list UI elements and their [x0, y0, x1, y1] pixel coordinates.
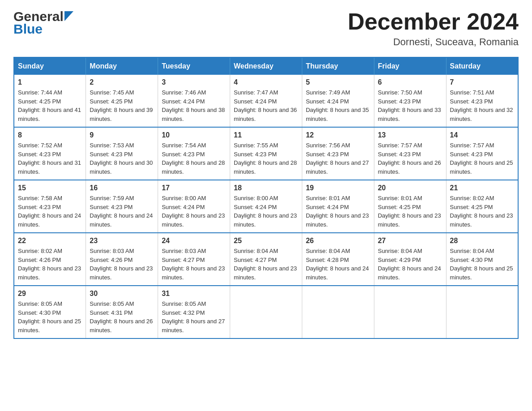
calendar-cell — [302, 286, 374, 338]
calendar-week-row: 1 Sunrise: 7:44 AM Sunset: 4:25 PM Dayli… — [14, 75, 518, 127]
calendar-cell: 17 Sunrise: 8:00 AM Sunset: 4:24 PM Dayl… — [158, 180, 230, 233]
day-number: 31 — [162, 290, 226, 298]
logo: General Blue — [13, 9, 73, 37]
day-number: 18 — [234, 184, 298, 192]
day-info: Sunrise: 7:53 AM Sunset: 4:23 PM Dayligh… — [90, 141, 154, 176]
calendar-cell: 3 Sunrise: 7:46 AM Sunset: 4:24 PM Dayli… — [158, 75, 230, 127]
calendar-cell — [446, 286, 518, 338]
day-number: 12 — [306, 131, 370, 139]
calendar-week-row: 29 Sunrise: 8:05 AM Sunset: 4:30 PM Dayl… — [14, 286, 518, 338]
day-info: Sunrise: 8:05 AM Sunset: 4:30 PM Dayligh… — [18, 300, 82, 334]
day-number: 21 — [450, 184, 514, 192]
day-info: Sunrise: 7:57 AM Sunset: 4:23 PM Dayligh… — [450, 141, 514, 176]
day-number: 8 — [18, 131, 82, 139]
day-info: Sunrise: 7:57 AM Sunset: 4:23 PM Dayligh… — [378, 141, 442, 176]
calendar-week-row: 22 Sunrise: 8:02 AM Sunset: 4:26 PM Dayl… — [14, 233, 518, 286]
day-number: 25 — [234, 237, 298, 245]
location: Dornesti, Suceava, Romania — [348, 36, 519, 48]
day-info: Sunrise: 7:45 AM Sunset: 4:25 PM Dayligh… — [90, 88, 154, 123]
calendar-week-row: 15 Sunrise: 7:58 AM Sunset: 4:23 PM Dayl… — [14, 180, 518, 233]
day-info: Sunrise: 7:59 AM Sunset: 4:23 PM Dayligh… — [90, 194, 154, 229]
calendar-cell — [374, 286, 446, 338]
logo-blue-text: Blue — [13, 21, 43, 37]
calendar-cell: 10 Sunrise: 7:54 AM Sunset: 4:23 PM Dayl… — [158, 127, 230, 180]
calendar-cell: 9 Sunrise: 7:53 AM Sunset: 4:23 PM Dayli… — [86, 127, 158, 180]
calendar-day-header: Monday — [86, 57, 158, 75]
day-info: Sunrise: 8:02 AM Sunset: 4:26 PM Dayligh… — [18, 247, 82, 282]
calendar-week-row: 8 Sunrise: 7:52 AM Sunset: 4:23 PM Dayli… — [14, 127, 518, 180]
day-number: 26 — [306, 237, 370, 245]
calendar-day-header: Saturday — [446, 57, 518, 75]
calendar-cell: 4 Sunrise: 7:47 AM Sunset: 4:24 PM Dayli… — [230, 75, 302, 127]
calendar-cell: 21 Sunrise: 8:02 AM Sunset: 4:25 PM Dayl… — [446, 180, 518, 233]
calendar-cell — [230, 286, 302, 338]
day-info: Sunrise: 7:54 AM Sunset: 4:23 PM Dayligh… — [162, 141, 226, 176]
day-number: 1 — [18, 78, 82, 86]
calendar-cell: 2 Sunrise: 7:45 AM Sunset: 4:25 PM Dayli… — [86, 75, 158, 127]
day-info: Sunrise: 7:56 AM Sunset: 4:23 PM Dayligh… — [306, 141, 370, 176]
day-info: Sunrise: 7:58 AM Sunset: 4:23 PM Dayligh… — [18, 194, 82, 229]
calendar-cell: 18 Sunrise: 8:00 AM Sunset: 4:24 PM Dayl… — [230, 180, 302, 233]
day-number: 17 — [162, 184, 226, 192]
day-info: Sunrise: 8:01 AM Sunset: 4:24 PM Dayligh… — [306, 194, 370, 229]
calendar-cell: 16 Sunrise: 7:59 AM Sunset: 4:23 PM Dayl… — [86, 180, 158, 233]
day-number: 23 — [90, 237, 154, 245]
calendar-cell: 5 Sunrise: 7:49 AM Sunset: 4:24 PM Dayli… — [302, 75, 374, 127]
calendar-header-row: SundayMondayTuesdayWednesdayThursdayFrid… — [14, 57, 518, 75]
page-header: General Blue December 2024 Dornesti, Suc… — [13, 9, 519, 48]
calendar-cell: 1 Sunrise: 7:44 AM Sunset: 4:25 PM Dayli… — [14, 75, 86, 127]
calendar-cell: 28 Sunrise: 8:04 AM Sunset: 4:30 PM Dayl… — [446, 233, 518, 286]
title-area: December 2024 Dornesti, Suceava, Romania — [348, 9, 519, 48]
day-number: 28 — [450, 237, 514, 245]
day-info: Sunrise: 7:49 AM Sunset: 4:24 PM Dayligh… — [306, 88, 370, 123]
day-number: 15 — [18, 184, 82, 192]
calendar-cell: 26 Sunrise: 8:04 AM Sunset: 4:28 PM Dayl… — [302, 233, 374, 286]
day-number: 9 — [90, 131, 154, 139]
day-info: Sunrise: 8:03 AM Sunset: 4:26 PM Dayligh… — [90, 247, 154, 282]
calendar-day-header: Sunday — [14, 57, 86, 75]
calendar-cell: 8 Sunrise: 7:52 AM Sunset: 4:23 PM Dayli… — [14, 127, 86, 180]
day-number: 11 — [234, 131, 298, 139]
calendar-cell: 27 Sunrise: 8:04 AM Sunset: 4:29 PM Dayl… — [374, 233, 446, 286]
calendar-day-header: Thursday — [302, 57, 374, 75]
day-number: 13 — [378, 131, 442, 139]
day-number: 14 — [450, 131, 514, 139]
calendar-cell: 13 Sunrise: 7:57 AM Sunset: 4:23 PM Dayl… — [374, 127, 446, 180]
day-info: Sunrise: 7:55 AM Sunset: 4:23 PM Dayligh… — [234, 141, 298, 176]
calendar-cell: 30 Sunrise: 8:05 AM Sunset: 4:31 PM Dayl… — [86, 286, 158, 338]
calendar-cell: 6 Sunrise: 7:50 AM Sunset: 4:23 PM Dayli… — [374, 75, 446, 127]
day-number: 16 — [90, 184, 154, 192]
calendar-cell: 29 Sunrise: 8:05 AM Sunset: 4:30 PM Dayl… — [14, 286, 86, 338]
day-info: Sunrise: 8:03 AM Sunset: 4:27 PM Dayligh… — [162, 247, 226, 282]
day-info: Sunrise: 8:04 AM Sunset: 4:27 PM Dayligh… — [234, 247, 298, 282]
calendar-cell: 24 Sunrise: 8:03 AM Sunset: 4:27 PM Dayl… — [158, 233, 230, 286]
calendar-table: SundayMondayTuesdayWednesdayThursdayFrid… — [13, 57, 519, 339]
calendar-cell: 20 Sunrise: 8:01 AM Sunset: 4:25 PM Dayl… — [374, 180, 446, 233]
day-number: 24 — [162, 237, 226, 245]
day-number: 27 — [378, 237, 442, 245]
day-number: 10 — [162, 131, 226, 139]
day-info: Sunrise: 7:52 AM Sunset: 4:23 PM Dayligh… — [18, 141, 82, 176]
day-number: 22 — [18, 237, 82, 245]
day-info: Sunrise: 8:05 AM Sunset: 4:32 PM Dayligh… — [162, 300, 226, 334]
calendar-day-header: Tuesday — [158, 57, 230, 75]
day-number: 2 — [90, 78, 154, 86]
calendar-day-header: Friday — [374, 57, 446, 75]
day-info: Sunrise: 7:51 AM Sunset: 4:23 PM Dayligh… — [450, 88, 514, 123]
calendar-cell: 31 Sunrise: 8:05 AM Sunset: 4:32 PM Dayl… — [158, 286, 230, 338]
calendar-cell: 15 Sunrise: 7:58 AM Sunset: 4:23 PM Dayl… — [14, 180, 86, 233]
day-number: 3 — [162, 78, 226, 86]
day-number: 30 — [90, 290, 154, 298]
month-title: December 2024 — [348, 9, 519, 34]
day-number: 5 — [306, 78, 370, 86]
day-info: Sunrise: 7:44 AM Sunset: 4:25 PM Dayligh… — [18, 88, 82, 123]
calendar-cell: 12 Sunrise: 7:56 AM Sunset: 4:23 PM Dayl… — [302, 127, 374, 180]
calendar-cell: 25 Sunrise: 8:04 AM Sunset: 4:27 PM Dayl… — [230, 233, 302, 286]
calendar-cell: 7 Sunrise: 7:51 AM Sunset: 4:23 PM Dayli… — [446, 75, 518, 127]
day-info: Sunrise: 8:04 AM Sunset: 4:28 PM Dayligh… — [306, 247, 370, 282]
day-info: Sunrise: 8:05 AM Sunset: 4:31 PM Dayligh… — [90, 300, 154, 334]
day-number: 20 — [378, 184, 442, 192]
calendar-cell: 11 Sunrise: 7:55 AM Sunset: 4:23 PM Dayl… — [230, 127, 302, 180]
day-number: 4 — [234, 78, 298, 86]
calendar-cell: 14 Sunrise: 7:57 AM Sunset: 4:23 PM Dayl… — [446, 127, 518, 180]
